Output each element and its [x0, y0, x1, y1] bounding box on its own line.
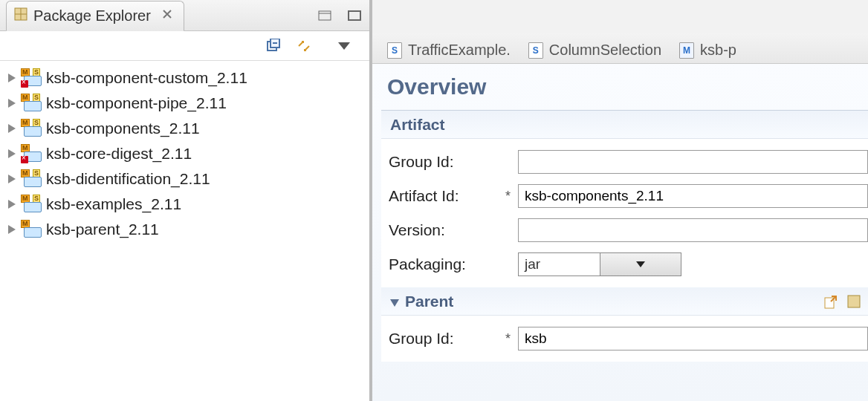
svg-rect-3	[319, 11, 331, 20]
editor-tab-label: ksb-p	[700, 42, 736, 59]
version-input[interactable]	[518, 218, 868, 242]
project-item[interactable]: M ksb-core-digest_2.11	[6, 141, 363, 166]
project-icon: MS	[21, 196, 43, 212]
svg-marker-16	[8, 225, 16, 234]
collapse-all-button[interactable]	[264, 36, 285, 56]
expand-icon[interactable]	[6, 148, 18, 160]
editor-tab[interactable]: S ColumnSelection	[528, 42, 661, 63]
project-label: ksb-component-custom_2.11	[46, 69, 247, 87]
link-with-editor-button[interactable]	[294, 36, 314, 56]
project-label: ksb-didentification_2.11	[46, 170, 210, 188]
package-explorer-icon	[14, 7, 27, 25]
packaging-combo[interactable]: jar	[518, 252, 681, 276]
svg-marker-13	[8, 149, 16, 158]
minimize-view-button[interactable]	[314, 5, 335, 26]
editor-tabbar: S TrafficExample. S ColumnSelection M ks…	[372, 33, 868, 64]
editor-tab[interactable]: S TrafficExample.	[387, 42, 511, 63]
parent-group-id-label: Group Id:	[389, 330, 493, 348]
project-item[interactable]: MS ksb-examples_2.11	[6, 192, 363, 217]
project-label: ksb-component-pipe_2.11	[46, 94, 227, 112]
project-label: ksb-examples_2.11	[46, 195, 181, 213]
expand-icon[interactable]	[6, 72, 18, 84]
group-id-label: Group Id:	[389, 153, 493, 171]
project-item[interactable]: M ksb-parent_2.11	[6, 217, 363, 242]
packaging-value: jar	[519, 256, 600, 273]
project-tree[interactable]: MS ksb-component-custom_2.11 MS ksb-comp…	[0, 61, 369, 401]
svg-rect-5	[349, 11, 360, 20]
package-explorer-toolbar	[0, 31, 369, 61]
view-tabbar: Package Explorer	[0, 0, 369, 31]
version-row: Version:	[389, 213, 868, 247]
svg-rect-20	[848, 296, 860, 307]
group-id-input[interactable]	[518, 150, 868, 174]
chevron-down-icon	[600, 253, 681, 276]
svg-marker-12	[8, 124, 16, 133]
maximize-view-button[interactable]	[344, 5, 365, 26]
artifact-id-input[interactable]	[518, 184, 868, 208]
project-icon: MS	[21, 120, 43, 137]
close-view-icon[interactable]	[161, 8, 173, 24]
svg-marker-9	[338, 42, 350, 50]
expand-icon[interactable]	[6, 97, 18, 109]
expand-icon[interactable]	[6, 123, 18, 134]
project-item[interactable]: MS ksb-components_2.11	[6, 116, 363, 141]
project-item[interactable]: MS ksb-component-pipe_2.11	[6, 91, 363, 116]
editor-area: S TrafficExample. S ColumnSelection M ks…	[370, 0, 868, 401]
parent-section-heading[interactable]: Parent	[381, 287, 868, 316]
view-menu-button[interactable]	[334, 36, 354, 56]
group-id-row: Group Id:	[389, 145, 868, 179]
packaging-row: Packaging: jar	[389, 247, 868, 281]
artifact-id-label: Artifact Id:	[389, 187, 493, 205]
artifact-id-row: Artifact Id: *	[389, 179, 868, 213]
project-label: ksb-core-digest_2.11	[46, 145, 192, 163]
scala-file-icon: S	[528, 42, 543, 59]
parent-heading-text: Parent	[405, 293, 453, 310]
expand-icon[interactable]	[6, 173, 18, 185]
view-tab-title: Package Explorer	[33, 7, 151, 25]
artifact-section: Artifact Group Id: Artifact Id: * Versio…	[381, 110, 868, 362]
package-explorer-tab[interactable]: Package Explorer	[6, 1, 184, 31]
expand-icon[interactable]	[6, 224, 18, 235]
expand-icon[interactable]	[6, 198, 18, 210]
packaging-label: Packaging:	[389, 255, 493, 273]
artifact-section-heading: Artifact	[381, 111, 868, 139]
svg-marker-10	[8, 74, 16, 82]
parent-group-id-input[interactable]	[518, 327, 868, 351]
project-item[interactable]: MS ksb-didentification_2.11	[6, 166, 363, 192]
svg-marker-17	[636, 261, 645, 267]
overview-heading: Overview	[372, 64, 868, 110]
pom-editor-overview: Overview Artifact Group Id: Artifact Id:…	[372, 64, 868, 401]
project-item[interactable]: MS ksb-component-custom_2.11	[6, 65, 363, 91]
required-marker: *	[500, 331, 511, 347]
svg-marker-18	[390, 299, 399, 307]
project-icon: MS	[21, 95, 43, 111]
editor-tab[interactable]: M ksb-p	[679, 42, 736, 63]
version-label: Version:	[389, 221, 493, 239]
project-icon: MS	[21, 70, 43, 86]
maven-file-icon: M	[679, 42, 694, 59]
open-parent-pom-icon[interactable]	[822, 293, 838, 310]
scala-file-icon: S	[387, 42, 402, 59]
project-icon: M	[21, 221, 43, 238]
project-icon: MS	[21, 171, 43, 187]
parent-section-actions	[822, 293, 862, 310]
editor-tab-label: ColumnSelection	[549, 42, 661, 59]
project-icon: M	[21, 146, 43, 162]
parent-group-id-row: Group Id: *	[389, 322, 868, 356]
project-label: ksb-components_2.11	[46, 120, 200, 137]
package-explorer-view: Package Explorer MS ksb-component-custom…	[0, 0, 370, 401]
project-label: ksb-parent_2.11	[46, 221, 159, 238]
svg-marker-15	[8, 200, 16, 209]
svg-marker-14	[8, 175, 16, 183]
svg-marker-11	[8, 99, 16, 108]
editor-tab-label: TrafficExample.	[408, 42, 511, 59]
select-parent-icon[interactable]	[846, 293, 862, 310]
required-marker: *	[500, 189, 511, 204]
collapse-icon	[390, 293, 399, 310]
